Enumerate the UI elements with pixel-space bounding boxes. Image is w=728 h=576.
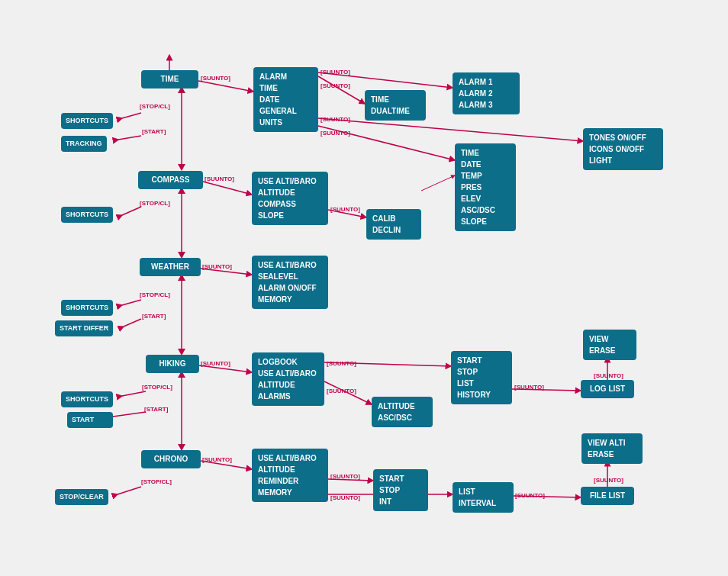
calib-declin-node: CALIBDECLIN [366, 209, 421, 240]
suunto-label6: [SUUNTO] [205, 175, 234, 182]
start-stop-list-node: STARTSTOPLISTHISTORY [451, 351, 512, 404]
svg-line-20 [124, 319, 141, 327]
suunto-label15: [SUUNTO] [330, 473, 360, 480]
stopcl-label2: [STOP/CL] [140, 200, 170, 207]
suunto-label5: [SUUNTO] [321, 130, 350, 137]
view-alti-erase-node: VIEW ALTIERASE [581, 433, 643, 464]
svg-line-7 [118, 136, 141, 140]
suunto-label10: [SUUNTO] [327, 388, 356, 394]
time-node: TIME [141, 70, 198, 88]
altitude-ascdsc-node: ALTITUDEASC/DSC [372, 397, 433, 427]
suunto-label12: [SUUNTO] [514, 384, 544, 391]
svg-line-13 [421, 175, 455, 191]
chrono-node: CHRONO [141, 450, 201, 468]
svg-line-14 [122, 207, 141, 215]
stopcl-label1: [STOP/CL] [140, 103, 170, 110]
suunto-label13: [SUUNTO] [594, 372, 623, 379]
weather-menu-node: USE ALTI/BAROSEALEVELALARM ON/OFFMEMORY [252, 256, 328, 309]
chrono-menu-node: USE ALTI/BAROALTITUDEREMINDERMEMORY [252, 449, 328, 502]
start-label3: [START] [144, 406, 168, 413]
suunto-label11: [SUUNTO] [327, 360, 356, 367]
suunto-label8: [SUUNTO] [202, 263, 232, 270]
suunto-label18: [SUUNTO] [594, 477, 623, 484]
svg-line-4 [318, 118, 583, 141]
tracking-node: TRACKING [61, 136, 107, 152]
svg-line-2 [318, 76, 365, 104]
suunto-label7: [SUUNTO] [330, 206, 360, 213]
file-list-node: FILE LIST [581, 487, 634, 505]
shortcuts3-node: SHORTCUTS [61, 300, 113, 316]
start-label1: [START] [142, 128, 166, 135]
suunto-label17: [SUUNTO] [515, 492, 545, 499]
suunto-label3: [SUUNTO] [321, 69, 350, 76]
svg-line-6 [122, 113, 141, 118]
svg-line-11 [203, 182, 252, 195]
compass-menu-node: USE ALTI/BAROALTITUDECOMPASSSLOPE [252, 172, 328, 225]
suunto-label14: [SUUNTO] [202, 456, 232, 463]
list-interval-node: LISTINTERVAL [453, 482, 514, 513]
svg-line-19 [122, 300, 141, 305]
stopcl-label3: [STOP/CL] [140, 291, 170, 298]
shortcuts2-node: SHORTCUTS [61, 207, 113, 223]
svg-marker-10 [178, 164, 185, 171]
log-list-node: LOG LIST [581, 380, 634, 398]
suunto-label9: [SUUNTO] [201, 360, 230, 367]
stopcl-label5: [STOP/CL] [141, 478, 172, 485]
hiking-node: HIKING [146, 355, 199, 373]
svg-line-1 [198, 81, 253, 92]
svg-line-29 [122, 391, 146, 396]
start-label2: [START] [142, 313, 166, 320]
suunto-label16: [SUUNTO] [330, 494, 360, 501]
suunto-label2: [SUUNTO] [321, 82, 350, 89]
start-node: START [67, 412, 113, 428]
shortcuts4-node: SHORTCUTS [61, 391, 113, 407]
alarm-time-menu-node: ALARMTIMEDATEGENERALUNITS [253, 67, 318, 132]
shortcuts1-node: SHORTCUTS [61, 113, 113, 129]
compass-node: COMPASS [138, 171, 203, 189]
svg-line-39 [118, 487, 141, 494]
logbook-menu-node: LOGBOOKUSE ALTI/BAROALTITUDEALARMS [252, 352, 324, 406]
time-dualtime-node: TIMEDUALTIME [365, 90, 426, 121]
startdiffer-node: START DIFFER [55, 320, 113, 336]
alarm123-node: ALARM 1ALARM 2ALARM 3 [453, 72, 520, 114]
weather-node: WEATHER [140, 258, 201, 276]
diagram: TIME SHORTCUTS TRACKING [STOP/CL] [START… [0, 0, 728, 576]
start-stop-int-node: STARTSTOPINT [373, 469, 428, 511]
svg-line-30 [113, 412, 146, 417]
view-erase1-node: VIEWERASE [583, 330, 636, 360]
suunto-label4: [SUUNTO] [321, 116, 350, 123]
tones-icons-node: TONES ON/OFFICONS ON/OFFLIGHT [583, 128, 663, 170]
stopcl-label4: [STOP/CL] [142, 384, 172, 391]
suunto-label1: [SUUNTO] [201, 75, 230, 82]
stopclear-node: STOP/CLEAR [55, 489, 108, 505]
time-etc-node: TIMEDATETEMPPRESELEVASC/DSCSLOPE [455, 143, 516, 231]
